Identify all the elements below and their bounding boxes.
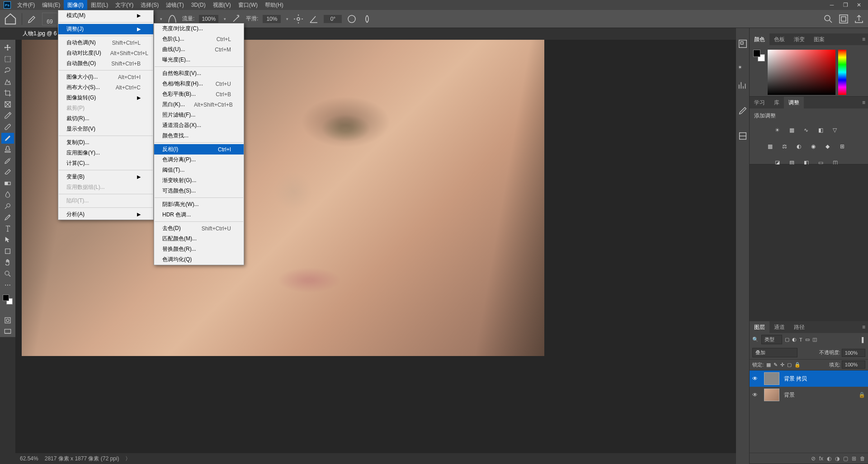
navigator-icon[interactable] [738,39,748,49]
minimize-icon[interactable]: ─ [827,2,836,8]
menu-gradient-map[interactable]: 渐变映射(G)... [154,175,244,186]
levels-icon[interactable]: ▦ [789,127,799,136]
menu-threshold[interactable]: 阈值(T)... [154,165,244,175]
menu-text[interactable]: 文字(Y) [112,0,137,10]
healing-tool[interactable] [1,122,14,132]
menu-black-white[interactable]: 黑白(K)...Alt+Shift+Ctrl+B [154,99,244,110]
layer-thumbnail[interactable] [764,372,779,385]
histogram-icon[interactable] [738,80,748,90]
tab-swatch[interactable]: 色板 [769,33,789,45]
lock-artboard-icon[interactable]: ▢ [787,362,792,368]
visibility-icon[interactable]: 👁 [752,392,760,398]
menu-photo-filter[interactable]: 照片滤镜(F)... [154,110,244,120]
maximize-icon[interactable]: ❐ [841,2,850,8]
menu-edit[interactable]: 编辑(E) [38,0,64,10]
zoom-tool[interactable] [1,268,14,279]
menu-invert[interactable]: 反相(I)Ctrl+I [154,144,244,155]
menu-color-lookup[interactable]: 颜色查找... [154,131,244,141]
blur-tool[interactable] [1,189,14,200]
filter-type-dropdown[interactable]: 类型 [761,335,782,344]
pressure-size-icon[interactable] [346,14,357,24]
smoothing-value[interactable]: 10% [263,15,281,23]
brush-tool[interactable] [1,133,14,144]
tab-adjustments[interactable]: 调整 [784,97,804,108]
chevron-down-icon[interactable]: ▾ [224,17,226,21]
hue-strip[interactable] [838,50,846,95]
eraser-tool[interactable] [1,167,14,178]
search-icon[interactable]: 🔍 [752,337,759,342]
filter-pixel-icon[interactable]: ▢ [785,337,789,342]
menu-image-rotation[interactable]: 图像旋转(G)▶ [58,93,153,103]
group-icon[interactable]: ▢ [843,455,848,462]
menu-curves[interactable]: 曲线(U)...Ctrl+M [154,44,244,55]
home-icon[interactable] [4,12,17,26]
layer-thumbnail[interactable] [764,389,779,401]
tab-layers[interactable]: 图层 [750,321,769,333]
menu-color-balance[interactable]: 色彩平衡(B)...Ctrl+B [154,89,244,99]
filter-smart-icon[interactable]: ◫ [812,337,817,342]
visibility-icon[interactable]: 👁 [752,375,760,382]
angle-icon[interactable] [308,14,319,24]
menu-auto-tone[interactable]: 自动色调(N)Shift+Ctrl+L [58,37,153,48]
opacity-value[interactable]: 100% [842,349,865,357]
menu-variables[interactable]: 变量(B)▶ [58,172,153,182]
delete-icon[interactable]: 🗑 [860,455,865,462]
history-brush-tool[interactable] [1,155,14,166]
menu-shadows-highlights[interactable]: 阴影/高光(W)... [154,199,244,210]
brush-preset-icon[interactable] [27,14,38,24]
search-icon[interactable] [823,14,834,24]
color-field[interactable] [768,50,835,95]
menu-replace-color[interactable]: 替换颜色(R)... [154,244,244,254]
tab-color[interactable]: 颜色 [750,33,769,45]
close-icon[interactable]: ✕ [854,2,863,8]
lock-all-icon[interactable]: 🔒 [794,362,801,368]
document-tab[interactable]: 人物1.jpg @ 6 [17,27,62,40]
foreground-background-color[interactable] [2,294,14,305]
document-info[interactable]: 2817 像素 x 1877 像素 (72 ppi) [45,455,119,463]
panel-menu-icon[interactable]: ≡ [859,36,868,42]
menu-view[interactable]: 视图(V) [209,0,235,10]
menu-window[interactable]: 窗口(W) [235,0,261,10]
type-tool[interactable] [1,223,14,234]
adjustment-layer-icon[interactable]: ◑ [835,455,840,462]
layer-name[interactable]: 背景 [784,391,795,399]
mixer-icon[interactable]: ◆ [826,143,835,152]
menu-layer[interactable]: 图层(L) [87,0,112,10]
crop-tool[interactable] [1,88,14,98]
tab-channels[interactable]: 通道 [769,321,789,333]
blend-mode-dropdown[interactable]: 叠加 [752,348,797,357]
lasso-tool[interactable] [1,65,14,76]
quickmask-icon[interactable] [1,315,14,326]
photofilter-icon[interactable]: ◉ [811,143,821,152]
menu-calculations[interactable]: 计算(C)... [58,158,153,169]
panel-menu-icon[interactable]: ≡ [859,99,868,106]
chevron-down-icon[interactable]: ▾ [286,17,288,21]
lock-pixels-icon[interactable]: ✎ [774,362,778,368]
zoom-value[interactable]: 62.54% [20,455,38,462]
menu-apply-image[interactable]: 应用图像(Y)... [58,148,153,158]
menu-image-size[interactable]: 图像大小(I)...Alt+Ctrl+I [58,72,153,82]
balance-icon[interactable]: ⚖ [782,143,792,152]
menu-brightness-contrast[interactable]: 亮度/对比度(C)... [154,23,244,34]
filter-adjust-icon[interactable]: ◐ [792,337,797,342]
hue-icon[interactable]: ▦ [768,143,778,152]
menu-auto-contrast[interactable]: 自动对比度(U)Alt+Shift+Ctrl+L [58,48,153,58]
dodge-tool[interactable] [1,201,14,211]
move-tool[interactable] [1,42,14,53]
stamp-tool[interactable] [1,144,14,155]
menu-auto-color[interactable]: 自动颜色(O)Shift+Ctrl+B [58,58,153,69]
link-icon[interactable]: ⊘ [811,455,816,462]
bw-icon[interactable]: ◐ [797,143,807,152]
paragraph-icon[interactable] [738,131,748,141]
brightness-icon[interactable]: ☀ [775,127,785,136]
menu-selective-color[interactable]: 可选颜色(S)... [154,186,244,196]
menu-canvas-size[interactable]: 画布大小(S)...Alt+Ctrl+C [58,82,153,93]
layer-item-background-copy[interactable]: 👁 背景 拷贝 [750,370,868,387]
tab-learn[interactable]: 学习 [750,97,769,108]
curves-icon[interactable]: ∿ [804,127,814,136]
fgbg-chip[interactable] [753,50,765,61]
new-layer-icon[interactable]: ⊞ [852,455,856,462]
shape-tool[interactable] [1,246,14,257]
workspace-icon[interactable] [838,14,849,24]
angle-value[interactable]: 0° [324,15,342,23]
